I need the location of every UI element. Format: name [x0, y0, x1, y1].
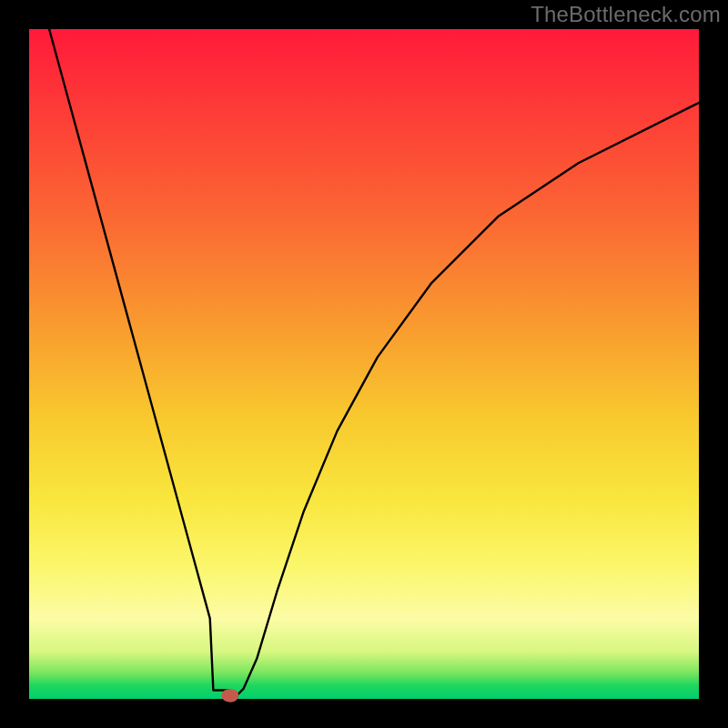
- watermark-text: TheBottleneck.com: [531, 2, 721, 27]
- chart-frame: TheBottleneck.com: [0, 0, 728, 728]
- minimum-marker: [221, 689, 238, 703]
- plot-area: [29, 29, 699, 699]
- bottleneck-curve: [49, 29, 699, 699]
- curve-svg: [29, 29, 699, 699]
